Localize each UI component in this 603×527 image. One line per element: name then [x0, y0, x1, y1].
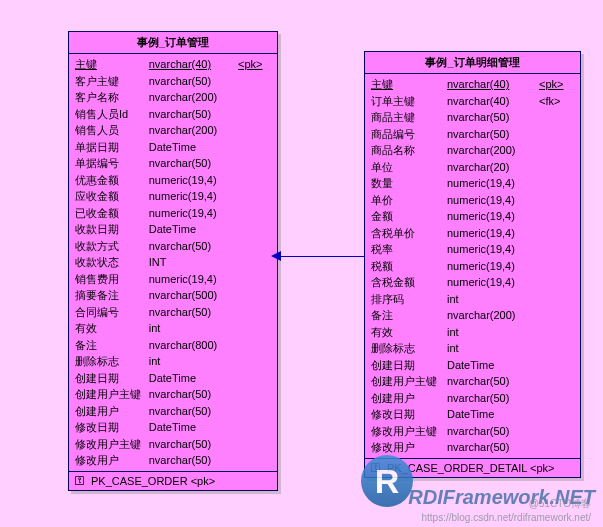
column-key: [238, 386, 271, 403]
column-type: nvarchar(50): [447, 109, 539, 126]
table-row: 商品主键nvarchar(50): [371, 109, 574, 126]
table-row: 单据编号nvarchar(50): [75, 155, 271, 172]
column-key: [539, 225, 573, 242]
column-key: <fk>: [539, 93, 573, 110]
table-row: 创建日期DateTime: [75, 370, 271, 387]
column-name: 创建日期: [371, 357, 447, 374]
table-row: 备注nvarchar(800): [75, 337, 271, 354]
column-name: 税额: [371, 258, 447, 275]
column-name: 备注: [75, 337, 149, 354]
column-key: [539, 291, 573, 308]
table-row: 合同编号nvarchar(50): [75, 304, 271, 321]
column-type: numeric(19,4): [149, 172, 238, 189]
table-row: 销售人员nvarchar(200): [75, 122, 271, 139]
column-key: [238, 139, 271, 156]
column-key: [238, 403, 271, 420]
column-key: [238, 188, 271, 205]
column-name: 销售人员Id: [75, 106, 149, 123]
column-type: nvarchar(50): [149, 452, 238, 469]
column-name: 排序码: [371, 291, 447, 308]
entity-order-footer-text: PK_CASE_ORDER <pk>: [91, 475, 215, 487]
column-type: nvarchar(800): [149, 337, 238, 354]
column-name: 合同编号: [75, 304, 149, 321]
column-key: [238, 73, 271, 90]
entity-order-body: 主键nvarchar(40)<pk>客户主键nvarchar(50)客户名称nv…: [69, 54, 277, 471]
column-name: 数量: [371, 175, 447, 192]
column-key: [539, 258, 573, 275]
column-key: [238, 419, 271, 436]
column-name: 已收金额: [75, 205, 149, 222]
column-name: 应收金额: [75, 188, 149, 205]
table-row: 修改用户nvarchar(50): [75, 452, 271, 469]
column-type: nvarchar(200): [447, 307, 539, 324]
column-type: int: [447, 324, 539, 341]
table-row: 创建用户nvarchar(50): [371, 390, 574, 407]
table-row: 单价numeric(19,4): [371, 192, 574, 209]
table-row: 有效int: [371, 324, 574, 341]
entity-order-title: 事例_订单管理: [69, 32, 277, 54]
table-row: 已收金额numeric(19,4): [75, 205, 271, 222]
table-row: 备注nvarchar(200): [371, 307, 574, 324]
column-name: 商品主键: [371, 109, 447, 126]
table-row: 删除标志int: [371, 340, 574, 357]
column-key: <pk>: [238, 56, 271, 73]
column-name: 单价: [371, 192, 447, 209]
column-type: nvarchar(200): [149, 122, 238, 139]
column-type: numeric(19,4): [447, 208, 539, 225]
column-name: 创建用户: [75, 403, 149, 420]
table-row: 客户主键nvarchar(50): [75, 73, 271, 90]
column-name: 客户名称: [75, 89, 149, 106]
column-type: int: [149, 320, 238, 337]
column-type: nvarchar(40): [447, 93, 539, 110]
column-key: [238, 221, 271, 238]
table-row: 修改用户主键nvarchar(50): [371, 423, 574, 440]
table-row: 排序码int: [371, 291, 574, 308]
column-key: [539, 175, 573, 192]
table-row: 数量numeric(19,4): [371, 175, 574, 192]
key-icon: ⚿: [75, 475, 85, 486]
entity-order-footer: ⚿ PK_CASE_ORDER <pk>: [69, 471, 277, 490]
column-type: nvarchar(50): [447, 373, 539, 390]
column-name: 修改用户主键: [371, 423, 447, 440]
column-name: 优惠金额: [75, 172, 149, 189]
column-name: 单据日期: [75, 139, 149, 156]
column-name: 有效: [75, 320, 149, 337]
table-row: 应收金额numeric(19,4): [75, 188, 271, 205]
column-type: nvarchar(500): [149, 287, 238, 304]
column-name: 商品名称: [371, 142, 447, 159]
column-name: 单位: [371, 159, 447, 176]
column-name: 修改用户主键: [75, 436, 149, 453]
table-row: 收款状态INT: [75, 254, 271, 271]
column-key: [539, 126, 573, 143]
table-row: 商品名称nvarchar(200): [371, 142, 574, 159]
entity-order-detail: 事例_订单明细管理 主键nvarchar(40)<pk>订单主键nvarchar…: [364, 51, 581, 478]
column-type: numeric(19,4): [447, 225, 539, 242]
column-type: numeric(19,4): [447, 241, 539, 258]
table-row: 含税单价numeric(19,4): [371, 225, 574, 242]
key-icon: ⚿: [371, 462, 381, 473]
column-name: 创建用户主键: [371, 373, 447, 390]
column-key: [238, 370, 271, 387]
column-name: 销售人员: [75, 122, 149, 139]
column-key: [238, 205, 271, 222]
column-type: numeric(19,4): [149, 188, 238, 205]
column-key: [539, 208, 573, 225]
column-key: [539, 423, 573, 440]
column-type: nvarchar(50): [149, 304, 238, 321]
column-type: numeric(19,4): [447, 258, 539, 275]
column-name: 修改用户: [75, 452, 149, 469]
column-key: [539, 192, 573, 209]
column-key: [539, 439, 573, 456]
table-row: 创建用户主键nvarchar(50): [75, 386, 271, 403]
column-type: numeric(19,4): [149, 205, 238, 222]
column-type: DateTime: [149, 370, 238, 387]
table-row: 税额numeric(19,4): [371, 258, 574, 275]
column-type: int: [149, 353, 238, 370]
table-row: 修改用户nvarchar(50): [371, 439, 574, 456]
column-key: [539, 307, 573, 324]
column-key: [539, 109, 573, 126]
column-name: 销售费用: [75, 271, 149, 288]
column-key: [238, 271, 271, 288]
column-key: [238, 320, 271, 337]
column-key: [539, 241, 573, 258]
